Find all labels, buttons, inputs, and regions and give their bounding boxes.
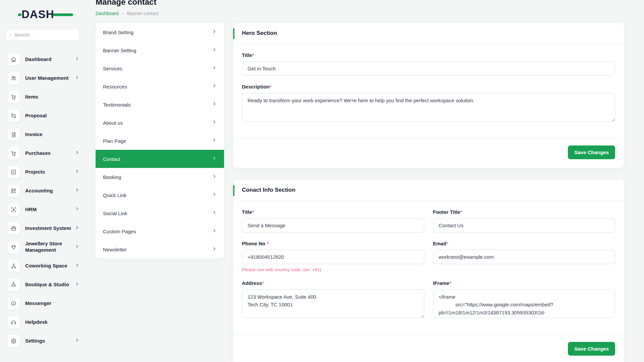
iframe-textarea[interactable]: <iframe src="https://www.google.com/maps… bbox=[433, 289, 615, 318]
sidebar-nav: Dashboard User Management Items Proposal bbox=[0, 53, 86, 348]
required-asterisk: * bbox=[252, 52, 254, 58]
sidebar-item-label: Settings bbox=[25, 338, 75, 344]
sidebar-item-helpdesk[interactable]: Helpdesk bbox=[7, 315, 86, 329]
headset-icon bbox=[7, 316, 20, 328]
contact-info-section-card: Conact Info Section Title* Footer Title bbox=[233, 180, 624, 362]
settings-menu-item-brand-setting[interactable]: Brand Setting bbox=[96, 23, 224, 41]
sidebar-item-label: Investment System bbox=[25, 225, 75, 232]
briefcase-icon bbox=[7, 222, 20, 235]
email-input[interactable] bbox=[433, 250, 615, 264]
sidebar-item-label: Helpdesk bbox=[25, 319, 75, 325]
settings-menu-item-plan-page[interactable]: Plan Page bbox=[96, 132, 224, 150]
logo-accent-dash bbox=[53, 13, 73, 16]
brand-logo[interactable]: DASH bbox=[21, 7, 65, 22]
settings-menu-item-contact[interactable]: Contact bbox=[96, 150, 224, 168]
sidebar-item-hrm[interactable]: HRM bbox=[7, 203, 86, 216]
settings-menu-item-quick-link[interactable]: Quick Link bbox=[96, 186, 224, 204]
sidebar-item-coworking-space[interactable]: Coworking Space bbox=[7, 259, 86, 273]
settings-menu-item-testimonials[interactable]: Testimonials bbox=[96, 96, 224, 114]
chevron-right-icon bbox=[212, 83, 217, 89]
settings-menu: Brand Setting Banner Setting Services bbox=[96, 23, 224, 258]
sidebar-item-label: Proposal bbox=[25, 113, 75, 119]
settings-menu-item-label: Testimonials bbox=[103, 102, 212, 108]
settings-menu-item-banner-setting[interactable]: Banner Setting bbox=[96, 41, 224, 59]
phone-helper-text: Please use with country code. (ex. +91) bbox=[242, 267, 424, 272]
sidebar-search bbox=[6, 29, 79, 41]
chevron-right-icon bbox=[75, 244, 79, 250]
sidebar-item-user-management[interactable]: User Management bbox=[7, 71, 86, 85]
chevron-right-icon bbox=[75, 188, 79, 194]
hero-description-label: Description* bbox=[242, 84, 615, 89]
sidebar-item-invoice[interactable]: Invoice bbox=[7, 128, 86, 141]
sidebar-item-investment-system[interactable]: Investment System bbox=[7, 222, 86, 235]
settings-menu-item-label: Custom Pages bbox=[103, 229, 212, 234]
sidebar-item-label: Accounting bbox=[25, 188, 75, 194]
main-content: Manage contact Dashboard › Banner contac… bbox=[96, 0, 634, 362]
iframe-field: IFrame* <iframe src="https://www.google.… bbox=[433, 280, 615, 319]
address-field: Address* 123 Workspace Ave, Suite 400 Te… bbox=[242, 280, 424, 319]
sidebar-item-dashboard[interactable]: Dashboard bbox=[7, 53, 86, 66]
sidebar-item-label: Messenger bbox=[25, 300, 75, 307]
sidebar: DASH Dashboard User Management Items bbox=[0, 0, 86, 362]
sidebar-item-jewellery-store-management[interactable]: Jewellery Store Management bbox=[7, 240, 86, 254]
chevron-right-icon bbox=[75, 263, 79, 269]
settings-menu-item-about-us[interactable]: About us bbox=[96, 114, 224, 132]
logo-accent-dot bbox=[18, 13, 21, 16]
hero-section-card: Hero Section Title* Description* Ready t… bbox=[233, 23, 624, 168]
settings-menu-item-resources[interactable]: Resources bbox=[96, 77, 224, 96]
sidebar-item-messenger[interactable]: Messenger bbox=[7, 297, 86, 310]
cart-icon bbox=[7, 147, 20, 160]
email-field: Email* bbox=[433, 241, 615, 272]
boxes-icon bbox=[7, 110, 20, 122]
contact-info-footer: Save Changes bbox=[233, 335, 624, 362]
sidebar-item-label: HRM bbox=[25, 206, 75, 213]
chevron-right-icon bbox=[75, 169, 79, 175]
settings-menu-item-newsletter[interactable]: Newsletter bbox=[96, 240, 224, 258]
chevron-right-icon bbox=[75, 282, 79, 288]
hanger-icon bbox=[7, 279, 20, 291]
home-icon bbox=[7, 53, 20, 66]
breadcrumb-separator: › bbox=[122, 10, 124, 16]
chevron-right-icon bbox=[75, 338, 79, 344]
sidebar-item-purchases[interactable]: Purchases bbox=[7, 146, 86, 160]
contact-info-title: Conact Info Section bbox=[242, 187, 296, 193]
hero-save-button[interactable]: Save Changes bbox=[568, 145, 615, 159]
settings-menu-item-social-link[interactable]: Social Link bbox=[96, 204, 224, 222]
diamond-icon bbox=[7, 241, 20, 253]
search-input[interactable] bbox=[14, 32, 75, 38]
page-title: Manage contact bbox=[96, 0, 634, 7]
network-icon bbox=[7, 260, 20, 272]
settings-menu-item-label: About us bbox=[103, 120, 212, 126]
contact-title-input[interactable] bbox=[242, 218, 424, 233]
sidebar-item-settings[interactable]: Settings bbox=[7, 334, 86, 348]
sidebar-item-label: User Management bbox=[25, 75, 75, 81]
breadcrumb-dashboard-link[interactable]: Dashboard bbox=[96, 11, 119, 16]
hero-section-title: Hero Section bbox=[242, 30, 277, 36]
breadcrumb-current: Banner contact bbox=[127, 11, 159, 16]
hero-section-header: Hero Section bbox=[233, 23, 624, 44]
address-textarea[interactable]: 123 Workspace Ave, Suite 400 Tech City, … bbox=[242, 289, 424, 318]
settings-menu-item-label: Brand Setting bbox=[103, 29, 212, 35]
sidebar-item-items[interactable]: Items bbox=[7, 90, 86, 104]
settings-menu-item-booking[interactable]: Booking bbox=[96, 168, 224, 186]
cart-icon bbox=[7, 91, 20, 103]
chevron-right-icon bbox=[212, 120, 217, 126]
contact-save-button[interactable]: Save Changes bbox=[568, 342, 615, 356]
footer-title-input[interactable] bbox=[433, 218, 615, 233]
chevron-right-icon bbox=[75, 206, 79, 213]
phone-input[interactable] bbox=[242, 250, 424, 264]
chevron-right-icon bbox=[212, 192, 217, 198]
settings-menu-item-custom-pages[interactable]: Custom Pages bbox=[96, 222, 224, 240]
hero-section-footer: Save Changes bbox=[233, 138, 624, 168]
sidebar-item-label: Items bbox=[25, 94, 75, 100]
hero-title-input[interactable] bbox=[242, 61, 615, 76]
sidebar-item-accounting[interactable]: Accounting bbox=[7, 184, 86, 197]
user-scan-icon bbox=[7, 203, 20, 216]
sidebar-item-boutique-studio[interactable]: Boutique & Studio bbox=[7, 278, 86, 291]
hero-description-textarea[interactable]: Ready to transform your work experience?… bbox=[242, 93, 615, 122]
sidebar-item-projects[interactable]: Projects bbox=[7, 165, 86, 179]
chevron-right-icon bbox=[212, 102, 217, 108]
settings-menu-item-label: Plan Page bbox=[103, 138, 212, 144]
settings-menu-item-services[interactable]: Services bbox=[96, 59, 224, 77]
sidebar-item-proposal[interactable]: Proposal bbox=[7, 109, 86, 122]
